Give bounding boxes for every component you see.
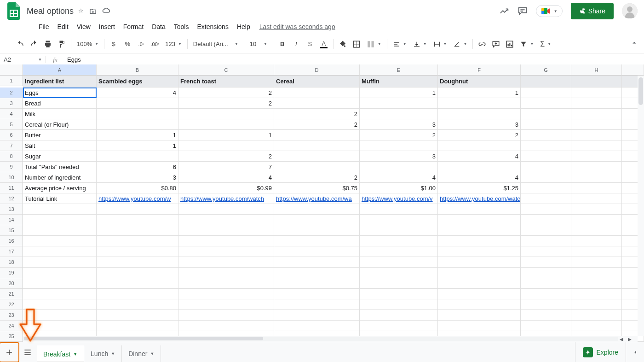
cell[interactable]	[521, 310, 571, 321]
explore-button[interactable]: ✦ Explore	[575, 342, 626, 362]
row-header[interactable]: 13	[0, 204, 23, 215]
cell[interactable]	[23, 246, 97, 257]
cell[interactable]: 3	[360, 119, 438, 130]
cell[interactable]	[571, 204, 622, 215]
cell[interactable]: 7	[178, 162, 274, 172]
cell[interactable]	[178, 268, 274, 278]
last-edit-link[interactable]: Last edit was seconds ago	[259, 23, 335, 30]
cell[interactable]: 4	[97, 88, 178, 98]
cell[interactable]	[438, 98, 521, 109]
cell[interactable]: Eggs	[23, 88, 97, 98]
row-header[interactable]: 22	[0, 299, 23, 310]
cell[interactable]: Salt	[23, 140, 97, 151]
cell[interactable]	[178, 321, 274, 331]
cell[interactable]	[23, 321, 97, 331]
menu-help[interactable]: Help	[233, 21, 254, 32]
cell[interactable]	[571, 225, 622, 236]
row-header[interactable]: 19	[0, 268, 23, 278]
cell[interactable]	[178, 310, 274, 321]
row-header[interactable]: 17	[0, 246, 23, 257]
cell[interactable]	[360, 321, 438, 331]
cell[interactable]	[438, 162, 521, 172]
cell[interactable]	[23, 257, 97, 268]
filter-dropdown[interactable]: ▼	[517, 38, 536, 51]
cell[interactable]	[360, 98, 438, 109]
add-sheet-button[interactable]	[0, 343, 18, 362]
menu-edit[interactable]: Edit	[54, 21, 72, 32]
cell[interactable]	[571, 162, 622, 172]
cell[interactable]: $0.80	[97, 183, 178, 193]
insert-comment-button[interactable]	[489, 38, 502, 51]
cell[interactable]: 2	[178, 98, 274, 109]
cell[interactable]	[360, 299, 438, 310]
insert-link-button[interactable]	[476, 38, 489, 51]
cell[interactable]: Milk	[23, 109, 97, 119]
cell[interactable]	[571, 236, 622, 246]
cell[interactable]	[521, 289, 571, 299]
cell[interactable]: 4	[438, 172, 521, 183]
chevron-down-icon[interactable]: ▼	[73, 352, 77, 356]
cell[interactable]	[178, 119, 274, 130]
cell[interactable]	[274, 225, 360, 236]
cell[interactable]	[521, 162, 571, 172]
cell[interactable]	[571, 98, 622, 109]
row-header[interactable]: 3	[0, 98, 23, 109]
borders-button[interactable]	[350, 38, 363, 51]
cell[interactable]	[521, 183, 571, 193]
row-header[interactable]: 9	[0, 162, 23, 172]
cell[interactable]: 3	[97, 172, 178, 183]
cell[interactable]	[521, 246, 571, 257]
cell[interactable]	[178, 225, 274, 236]
cell[interactable]: Butter	[23, 130, 97, 140]
fill-color-button[interactable]	[336, 38, 349, 51]
row-header[interactable]: 1	[0, 76, 23, 86]
cell[interactable]: 1	[178, 130, 274, 140]
text-wrap-dropdown[interactable]: ▼	[431, 38, 450, 51]
cell[interactable]	[23, 299, 97, 310]
menu-extensions[interactable]: Extensions	[193, 21, 232, 32]
row-header[interactable]: 23	[0, 310, 23, 321]
cell[interactable]	[274, 299, 360, 310]
column-header[interactable]: H	[571, 64, 622, 76]
row-header[interactable]: 21	[0, 289, 23, 299]
cell[interactable]	[521, 130, 571, 140]
cell[interactable]: 2	[178, 151, 274, 162]
cell[interactable]	[438, 225, 521, 236]
cell[interactable]: 3	[360, 151, 438, 162]
move-icon[interactable]	[89, 7, 97, 15]
column-header[interactable]	[622, 64, 644, 76]
cell[interactable]: Muffin	[360, 76, 438, 88]
cell[interactable]	[360, 162, 438, 172]
cell[interactable]	[521, 278, 571, 289]
cell[interactable]	[360, 215, 438, 225]
cell[interactable]	[360, 204, 438, 215]
cell[interactable]	[521, 257, 571, 268]
menu-view[interactable]: View	[73, 21, 94, 32]
cell[interactable]	[521, 76, 571, 88]
cell[interactable]	[274, 310, 360, 321]
strikethrough-button[interactable]: S	[304, 38, 316, 51]
cell[interactable]: 2	[274, 109, 360, 119]
merge-cells-dropdown[interactable]: ▼	[364, 38, 384, 51]
activity-icon[interactable]	[499, 6, 509, 16]
cell[interactable]	[97, 204, 178, 215]
cell[interactable]	[571, 268, 622, 278]
cell[interactable]	[178, 257, 274, 268]
cell[interactable]	[274, 257, 360, 268]
row-header[interactable]: 2	[0, 88, 23, 98]
cell[interactable]	[178, 278, 274, 289]
comments-icon[interactable]	[518, 6, 528, 16]
cell[interactable]	[438, 268, 521, 278]
cell[interactable]: Number of ingredient	[23, 172, 97, 183]
cell[interactable]	[438, 321, 521, 331]
sheet-tab[interactable]: Dinner▼	[122, 345, 161, 362]
cell[interactable]	[521, 98, 571, 109]
horizontal-align-dropdown[interactable]: ▼	[390, 38, 409, 51]
cell[interactable]	[178, 299, 274, 310]
cell[interactable]: 6	[97, 162, 178, 172]
cell[interactable]	[178, 140, 274, 151]
cell[interactable]	[274, 215, 360, 225]
cell[interactable]	[521, 88, 571, 98]
cell[interactable]	[274, 140, 360, 151]
cell[interactable]: https://www.youtube.com/watch?v=w6TxH8ha…	[438, 193, 521, 204]
